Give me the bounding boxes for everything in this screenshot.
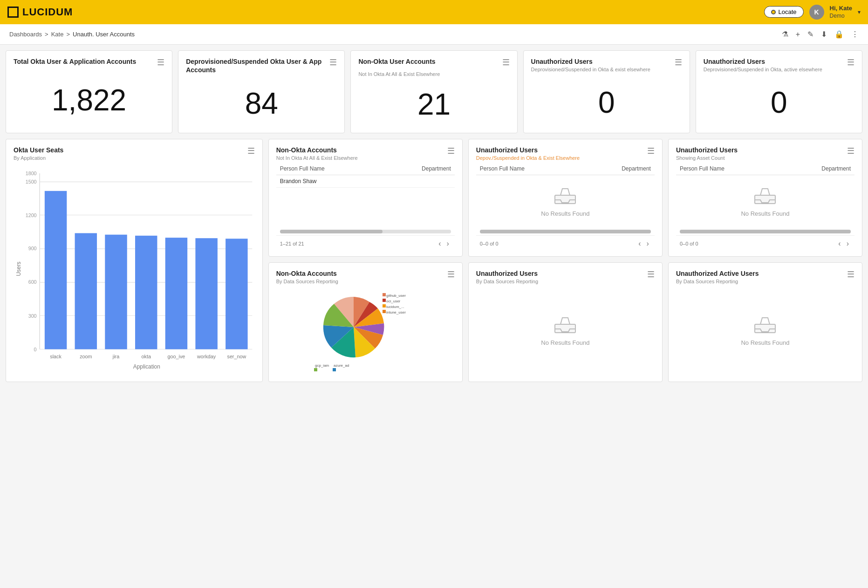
locate-button[interactable]: Locate [764,6,804,18]
svg-rect-72 [383,310,386,313]
prev-btn[interactable]: ‹ [836,239,842,249]
y-axis-label: Users [15,262,22,276]
prev-btn[interactable]: ‹ [636,239,642,249]
locate-dot-icon [771,10,776,14]
card-subtitle: Deprovisioned/Suspended in Okta & exist … [531,67,650,72]
svg-rect-73 [314,368,317,371]
card-title: Okta User Seats [14,146,63,154]
card-unauth-table-r: Unauthorized Users Depov./Suspended in O… [468,139,663,257]
card-subtitle: Depov./Suspended in Okta & Exist Elsewhe… [476,155,580,161]
user-name: Hi, Kate [830,5,852,13]
svg-text:1800: 1800 [26,171,37,177]
svg-rect-54 [75,233,97,349]
row-metrics: Total Okta User & Application Accounts ☰… [6,50,862,133]
chart-container: Users 0 300 600 900 1200 1500 1800 [14,163,255,375]
card-subtitle: By Data Sources Reporting [276,279,338,284]
svg-text:Application: Application [133,363,160,370]
breadcrumb-kate[interactable]: Kate [51,31,64,38]
scrollbar-h[interactable] [480,230,651,233]
card-unauth-ds-r: Unauthorized Users By Data Sources Repor… [468,262,663,382]
card-menu-icon[interactable]: ☰ [247,146,255,156]
card-menu-icon[interactable]: ☰ [847,146,854,156]
card-title: Non-Okta Accounts [276,146,358,154]
no-results: No Results Found [476,286,655,375]
card-menu-icon[interactable]: ☰ [502,57,510,68]
user-menu-chevron[interactable]: ▾ [858,9,861,15]
card-unauth-2-r: Unauthorized Users Deprovisioned/Suspend… [696,50,862,133]
scrollbar-thumb [280,230,383,233]
svg-rect-62 [195,238,217,349]
scrollbar-thumb [480,230,651,233]
pie-chart-svg: github_user oci_user lucidum_... intune_… [314,290,417,371]
prev-btn[interactable]: ‹ [437,239,443,249]
col-name: Person Full Name [680,165,724,172]
next-btn[interactable]: › [444,239,451,249]
scrollbar-h[interactable] [680,230,851,233]
card-title: Non-Okta Accounts [276,269,338,278]
download-icon[interactable]: ⬇ [821,30,827,39]
card-subtitle: Showing Asset Count [676,155,738,161]
card-menu-icon[interactable]: ☰ [329,57,337,68]
card-subtitle: Not In Okta At All & Exist Elsewhere [358,70,509,78]
breadcrumb-actions: ⚗ + ✎ ⬇ 🔒 ⋮ [782,30,859,39]
avatar: K [809,5,824,20]
next-btn[interactable]: › [845,239,851,249]
card-menu-icon[interactable]: ☰ [675,57,682,68]
locate-label: Locate [779,8,797,15]
no-results: No Results Found [676,286,854,375]
card-okta-seats-r: Okta User Seats By Application ☰ Users 0… [6,139,263,382]
table-row[interactable]: Brandon Shaw [276,175,455,188]
card-subtitle: By Data Sources Reporting [476,279,538,284]
scrollbar-h[interactable] [280,230,451,233]
pagination-info: 1–21 of 21 [280,241,304,246]
metric-value: 0 [704,74,854,126]
next-btn[interactable]: › [645,239,651,249]
svg-rect-71 [383,304,386,308]
legend-oci: oci_user [386,299,401,303]
card-menu-icon[interactable]: ☰ [647,269,655,280]
card-non-okta-r: Non-Okta User Accounts ☰ Not In Okta At … [350,50,517,133]
more-icon[interactable]: ⋮ [851,30,859,39]
svg-rect-70 [383,299,386,302]
card-non-okta-pie-r: Non-Okta Accounts By Data Sources Report… [268,262,463,382]
add-icon[interactable]: + [796,30,800,39]
lock-icon[interactable]: 🔒 [834,30,844,39]
card-title: Deprovisioned/Suspended Okta User & App … [186,57,329,74]
card-menu-icon[interactable]: ☰ [847,269,854,280]
user-info: Hi, Kate Demo [830,5,852,20]
card-subtitle: Not In Okta At All & Exist Elsewhere [276,155,358,161]
svg-text:workday: workday [197,354,216,359]
edit-icon[interactable]: ✎ [807,30,813,39]
svg-text:okta: okta [142,354,151,359]
card-title: Non-Okta User Accounts [358,57,435,66]
no-results-text: No Results Found [541,339,589,346]
col-dept: Department [622,165,651,172]
breadcrumb-bar: Dashboards > Kate > Unauth. User Account… [0,24,868,45]
card-menu-icon[interactable]: ☰ [157,57,164,68]
user-role: Demo [830,13,852,20]
card-menu-icon[interactable]: ☰ [447,146,455,156]
sub-row-1: Non-Okta Accounts Not In Okta At All & E… [268,139,862,257]
svg-rect-69 [383,293,386,296]
svg-text:slack: slack [50,354,62,359]
card-menu-icon[interactable]: ☰ [647,146,655,156]
svg-text:goo_ive: goo_ive [168,354,185,359]
card-total-okta-r: Total Okta User & Application Accounts ☰… [6,50,172,133]
svg-text:900: 900 [28,246,37,251]
svg-rect-74 [333,368,336,371]
metric-value: 84 [186,76,337,126]
logo: LUCIDUM [7,6,73,18]
col-name: Person Full Name [480,165,525,172]
svg-text:1200: 1200 [26,212,37,218]
svg-text:600: 600 [28,280,37,285]
card-menu-icon[interactable]: ☰ [847,57,854,68]
logo-box [7,7,19,18]
card-menu-icon[interactable]: ☰ [447,269,455,280]
svg-rect-56 [105,235,127,349]
legend-gcp: gcp_iam [315,363,329,368]
filter-icon[interactable]: ⚗ [782,30,788,39]
svg-rect-52 [45,191,67,349]
legend-azure: azure_ad [334,363,349,368]
no-results-text: No Results Found [741,339,789,346]
breadcrumb-dashboards[interactable]: Dashboards [9,31,42,38]
